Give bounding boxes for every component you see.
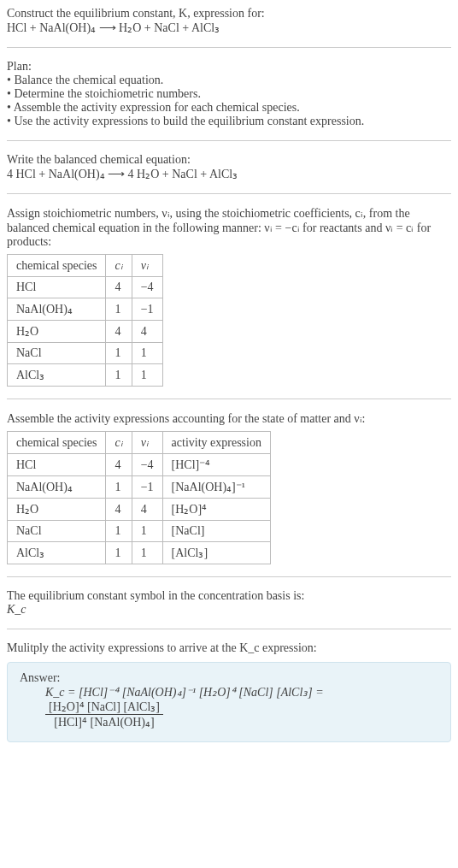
kc-symbol: K_c [7,603,451,617]
intro-line: Construct the equilibrium constant, K, e… [7,7,451,21]
plan-item-4: • Use the activity expressions to build … [7,115,451,128]
stoich-table: chemical species cᵢ νᵢ HCl4−4 NaAl(OH)₄1… [7,254,163,387]
col-activity: activity expression [162,432,270,454]
divider [7,576,451,577]
divider [7,399,451,399]
fraction-numerator: [H₂O]⁴ [NaCl] [AlCl₃] [45,700,163,715]
table-header-row: chemical species cᵢ νᵢ activity expressi… [8,432,271,454]
table-header-row: chemical species cᵢ νᵢ [8,255,163,277]
col-ci: cᵢ [106,255,132,277]
col-species: chemical species [8,432,106,454]
intro-text: Construct the equilibrium constant, K, e… [7,7,265,20]
table-row: AlCl₃11 [8,364,163,387]
col-ci: cᵢ [106,432,132,454]
unbalanced-equation: HCl + NaAl(OH)₄ ⟶ H₂O + NaCl + AlCl₃ [7,21,451,35]
plan-item-1: • Balance the chemical equation. [7,74,451,87]
balanced-equation: 4 HCl + NaAl(OH)₄ ⟶ 4 H₂O + NaCl + AlCl₃ [7,167,451,181]
fraction-denominator: [HCl]⁴ [NaAl(OH)₄] [45,715,163,729]
table-row: NaCl11 [8,343,163,364]
plan-item-3: • Assemble the activity expression for e… [7,101,451,115]
plan-item-2: • Determine the stoichiometric numbers. [7,87,451,101]
divider [7,193,451,194]
answer-label: Answer: [20,671,438,685]
answer-fraction: [H₂O]⁴ [NaCl] [AlCl₃] [HCl]⁴ [NaAl(OH)₄] [45,700,163,729]
table-row: HCl4−4 [8,277,163,298]
answer-equation: K_c = [HCl]⁻⁴ [NaAl(OH)₄]⁻¹ [H₂O]⁴ [NaCl… [20,685,438,729]
answer-lhs: K_c = [HCl]⁻⁴ [NaAl(OH)₄]⁻¹ [H₂O]⁴ [NaCl… [45,686,324,699]
col-vi: νᵢ [132,432,162,454]
kc-text: The equilibrium constant symbol in the c… [7,589,451,603]
multiply-text: Mulitply the activity expressions to arr… [7,641,451,655]
table-row: H₂O44[H₂O]⁴ [8,499,271,521]
table-row: NaAl(OH)₄1−1 [8,298,163,321]
divider [7,47,451,48]
answer-box: Answer: K_c = [HCl]⁻⁴ [NaAl(OH)₄]⁻¹ [H₂O… [7,662,451,742]
col-vi: νᵢ [132,255,162,277]
table-row: NaCl11[NaCl] [8,521,271,542]
plan-heading: Plan: [7,60,451,74]
activity-table: chemical species cᵢ νᵢ activity expressi… [7,431,271,564]
table-row: AlCl₃11[AlCl₃] [8,542,271,564]
activity-text: Assemble the activity expressions accoun… [7,411,451,426]
table-row: HCl4−4[HCl]⁻⁴ [8,454,271,476]
stoich-text: Assign stoichiometric numbers, νᵢ, using… [7,206,451,249]
table-row: H₂O44 [8,321,163,343]
divider [7,629,451,629]
balanced-lead: Write the balanced chemical equation: [7,153,451,167]
divider [7,140,451,141]
table-row: NaAl(OH)₄1−1[NaAl(OH)₄]⁻¹ [8,476,271,499]
col-species: chemical species [8,255,106,277]
